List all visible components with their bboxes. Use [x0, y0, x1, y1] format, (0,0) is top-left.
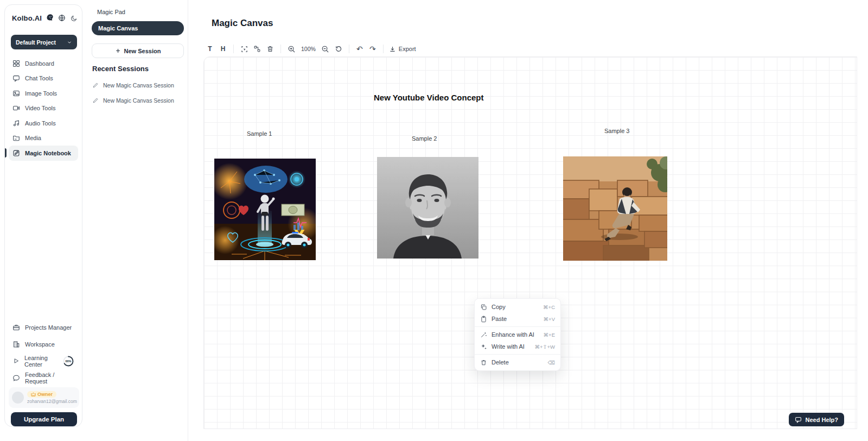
session-label: New Magic Canvas Session: [103, 97, 174, 104]
menu-item-label: Paste: [492, 316, 507, 322]
magic-canvas-surface[interactable]: New Youtube Video Concept Sample 1 Sampl…: [203, 56, 857, 429]
sidebar-item-dashboard[interactable]: Dashboard: [9, 56, 78, 71]
copy-icon: [480, 304, 487, 311]
reset-view-button[interactable]: [333, 43, 344, 55]
sidebar-item-audio-tools[interactable]: Audio Tools: [9, 116, 78, 131]
text-tool-button[interactable]: T: [204, 43, 216, 55]
recent-sessions-heading: Recent Sessions: [92, 65, 149, 73]
menu-item-shortcut: ⌘+C: [543, 304, 555, 310]
pencil-icon: [92, 97, 99, 104]
sidebar-item-label: Video Tools: [25, 105, 55, 111]
menu-item-label: Enhance with AI: [492, 331, 534, 338]
download-icon: [389, 46, 396, 53]
crown-icon: [31, 392, 36, 396]
plus-icon: [115, 48, 121, 54]
zoom-out-icon: [321, 45, 329, 53]
sidebar-item-image-tools[interactable]: Image Tools: [9, 86, 78, 101]
canvas-title-text[interactable]: New Youtube Video Concept: [374, 93, 484, 102]
user-email: zoharvan12@gmail.com: [27, 399, 77, 404]
menu-item-shortcut: ⌫: [548, 360, 555, 366]
context-menu-item-write-with-ai[interactable]: Write with AI ⌘+⇧+W: [475, 341, 560, 352]
export-button[interactable]: Export: [389, 46, 416, 53]
export-label: Export: [399, 46, 416, 52]
image-icon: [12, 90, 20, 97]
play-icon: [12, 357, 20, 364]
brand-head-icon: [46, 14, 54, 22]
context-menu-item-paste[interactable]: Paste ⌘+V: [475, 313, 560, 325]
sidebar-item-feedback[interactable]: Feedback / Request: [9, 369, 78, 386]
select-area-icon: [240, 45, 248, 53]
chevron-down-icon: [67, 40, 72, 45]
session-panel: Magic Pad Magic Canvas New Session Recen…: [84, 0, 188, 441]
context-menu-item-enhance-with-ai[interactable]: Enhance with AI ⌘+E: [475, 329, 560, 341]
canvas-image-portrait[interactable]: [377, 157, 478, 259]
sidebar-item-video-tools[interactable]: Video Tools: [9, 101, 78, 116]
need-help-button[interactable]: Need Help?: [789, 413, 844, 426]
new-session-button[interactable]: New Session: [92, 43, 184, 58]
sidebar-item-label: Workspace: [25, 341, 55, 348]
sidebar-item-chat-tools[interactable]: Chat Tools: [9, 71, 78, 86]
nav-item-magic-pad[interactable]: Magic Pad: [97, 9, 125, 15]
language-globe-icon[interactable]: [58, 14, 66, 22]
sidebar-item-projects-manager[interactable]: Projects Manager: [9, 319, 78, 336]
sidebar-item-media[interactable]: Media: [9, 131, 78, 146]
magic-notebook-icon: [12, 149, 20, 157]
upgrade-plan-button[interactable]: Upgrade Plan: [11, 412, 77, 426]
session-list-item[interactable]: New Magic Canvas Session: [92, 97, 174, 104]
sidebar-item-magic-notebook[interactable]: Magic Notebook: [9, 146, 78, 161]
heading-tool-button[interactable]: H: [217, 43, 229, 55]
sidebar-item-label: Feedback / Request: [25, 371, 74, 385]
zoom-out-button[interactable]: [320, 43, 331, 55]
connector-icon: [253, 45, 261, 53]
primary-sidebar: Kolbo.AI Default Project Dashboard Chat …: [4, 4, 82, 427]
project-selector[interactable]: Default Project: [11, 35, 77, 49]
canvas-image-man-on-ruins[interactable]: [563, 156, 667, 261]
sidebar-item-label: Dashboard: [25, 60, 54, 67]
sidebar-item-workspace[interactable]: Workspace: [9, 336, 78, 352]
feedback-bubble-icon: [12, 374, 20, 382]
canvas-toolbar: T H 100% ↶ ↷: [204, 42, 416, 55]
undo-button[interactable]: ↶: [354, 43, 366, 55]
canvas-sample-label[interactable]: Sample 3: [604, 128, 629, 134]
context-menu-item-delete[interactable]: Delete ⌫: [475, 356, 560, 368]
building-icon: [12, 341, 20, 348]
learning-progress-value: 66%: [62, 355, 74, 367]
menu-item-shortcut: ⌘+V: [544, 316, 555, 322]
dashboard-icon: [12, 60, 20, 67]
sidebar-item-label: Media: [25, 135, 41, 141]
session-list-item[interactable]: New Magic Canvas Session: [92, 82, 174, 89]
sidebar-item-label: Magic Notebook: [25, 150, 71, 156]
redo-button[interactable]: ↷: [367, 43, 379, 55]
brand-logo-text: Kolbo.AI: [12, 14, 42, 22]
sidebar-item-label: Audio Tools: [25, 120, 56, 127]
app-window: Kolbo.AI Default Project Dashboard Chat …: [0, 0, 868, 441]
active-indicator-bar: [5, 148, 7, 158]
canvas-image-ai-collage[interactable]: ¥: [214, 159, 316, 260]
connector-tool-button[interactable]: [251, 43, 263, 55]
zoom-in-button[interactable]: [285, 43, 297, 55]
delete-tool-button[interactable]: [264, 43, 276, 55]
trash-icon: [480, 359, 487, 366]
sidebar-item-learning-center[interactable]: Learning Center 66%: [9, 352, 78, 369]
menu-item-shortcut: ⌘+E: [544, 332, 555, 338]
learning-progress-ring: 66%: [62, 355, 74, 367]
magic-wand-icon: [480, 331, 487, 338]
dark-mode-moon-icon[interactable]: [71, 15, 78, 22]
menu-item-label: Write with AI: [492, 343, 525, 350]
user-account-card[interactable]: Owner zoharvan12@gmail.com: [9, 387, 79, 408]
new-session-label: New Session: [124, 48, 161, 54]
sidebar-item-label: Learning Center: [24, 355, 56, 368]
toolbar-divider: [233, 45, 234, 53]
canvas-sample-label[interactable]: Sample 1: [247, 130, 272, 137]
select-area-tool-button[interactable]: [238, 43, 250, 55]
menu-item-label: Copy: [492, 304, 506, 310]
nav-item-magic-canvas[interactable]: Magic Canvas: [92, 21, 184, 35]
project-selector-label: Default Project: [16, 39, 56, 46]
video-icon: [12, 104, 20, 112]
menu-item-label: Delete: [492, 359, 509, 366]
audio-icon: [12, 119, 20, 127]
clipboard-icon: [480, 316, 487, 323]
context-menu-item-copy[interactable]: Copy ⌘+C: [475, 301, 560, 313]
canvas-sample-label[interactable]: Sample 2: [412, 135, 437, 142]
sidebar-item-label: Chat Tools: [25, 75, 53, 81]
